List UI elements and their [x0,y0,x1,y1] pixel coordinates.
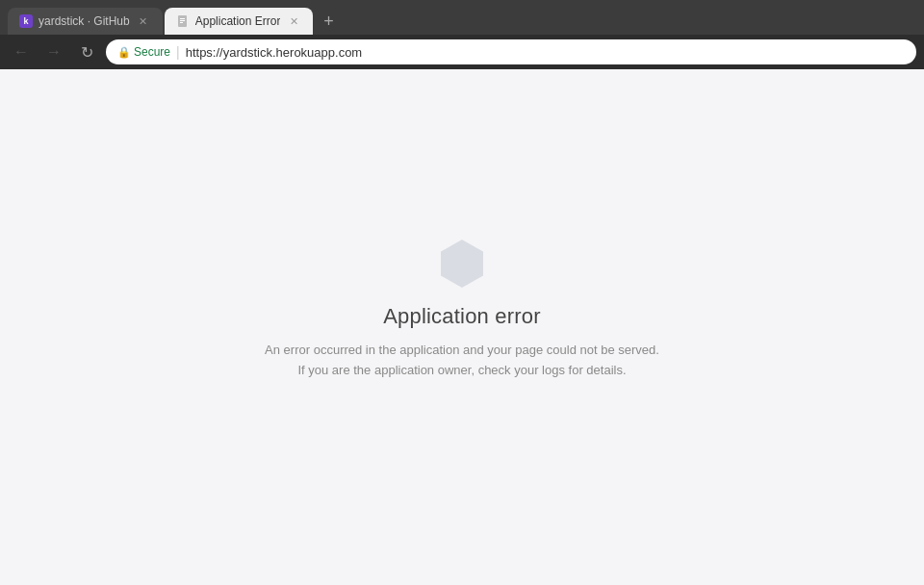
error-favicon [176,14,190,28]
reload-button[interactable]: ↻ [73,38,100,65]
github-favicon-icon: k [19,14,33,28]
svg-rect-3 [180,22,183,23]
secure-badge: 🔒 Secure [117,45,170,59]
svg-marker-4 [441,240,483,288]
forward-button[interactable]: → [40,38,67,65]
secure-label: Secure [134,45,170,59]
lock-icon: 🔒 [117,46,131,59]
page-content: Application error An error occurred in t… [0,69,924,585]
url-divider: | [176,44,180,60]
new-tab-button[interactable]: + [315,8,342,35]
error-title: Application error [383,304,541,329]
tab-github[interactable]: k yardstick · GitHub ✕ [8,8,163,35]
github-favicon: k [19,14,33,28]
tab-error-label: Application Error [195,14,281,28]
tab-github-label: yardstick · GitHub [38,14,130,28]
tab-bar: k yardstick · GitHub ✕ Application Error… [0,0,924,35]
back-button[interactable]: ← [8,38,35,65]
browser-chrome: k yardstick · GitHub ✕ Application Error… [0,0,924,69]
error-container: Application error An error occurred in t… [260,235,664,381]
address-bar: ← → ↻ 🔒 Secure | https://yardstick.herok… [0,35,924,69]
doc-icon [176,14,190,28]
error-hexagon-icon [433,235,491,292]
tab-error-close[interactable]: ✕ [286,13,301,29]
url-text: https://yardstick.herokuapp.com [186,45,363,60]
svg-rect-1 [180,18,185,19]
url-bar[interactable]: 🔒 Secure | https://yardstick.herokuapp.c… [106,39,916,64]
svg-rect-2 [180,20,185,21]
error-message: An error occurred in the application and… [260,341,664,381]
tab-github-close[interactable]: ✕ [136,13,151,29]
tab-error[interactable]: Application Error ✕ [165,8,314,35]
